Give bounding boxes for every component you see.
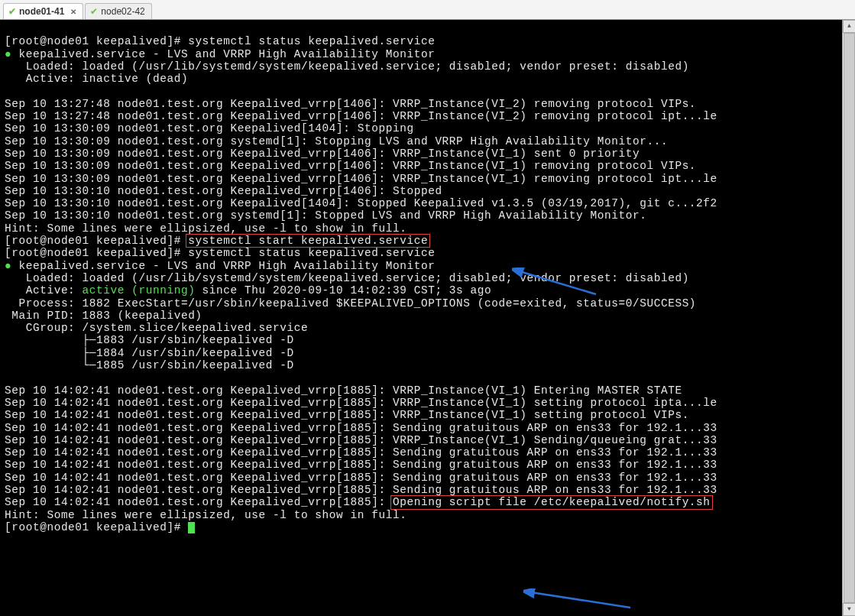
- terminal-cursor: [188, 522, 195, 533]
- scroll-thumb[interactable]: [844, 33, 855, 603]
- tab-node01[interactable]: ✔ node01-41 ✕: [3, 3, 83, 19]
- scroll-up-button[interactable]: ▲: [843, 20, 855, 33]
- svg-line-1: [531, 592, 630, 608]
- highlight-notify-script: Opening script file /etc/keepalived/noti…: [390, 495, 713, 509]
- tab-label: node01-41: [19, 6, 64, 17]
- highlight-start-cmd: systemctl start keepalived.service: [186, 234, 430, 248]
- check-icon: ✔: [90, 6, 98, 17]
- vertical-scrollbar[interactable]: ▲ ▼: [842, 20, 855, 616]
- arrow-annotation-2: [523, 588, 638, 611]
- scroll-down-button[interactable]: ▼: [843, 603, 855, 616]
- terminal-output[interactable]: [root@node01 keepalived]# systemctl stat…: [0, 20, 855, 546]
- check-icon: ✔: [8, 6, 16, 17]
- tab-bar: ✔ node01-41 ✕ ✔ node02-42: [0, 0, 855, 20]
- tab-label: node02-42: [101, 6, 144, 17]
- close-icon[interactable]: ✕: [70, 8, 76, 16]
- terminal-text: [root@node01 keepalived]# systemctl stat…: [5, 35, 850, 533]
- tab-node02[interactable]: ✔ node02-42: [85, 3, 151, 19]
